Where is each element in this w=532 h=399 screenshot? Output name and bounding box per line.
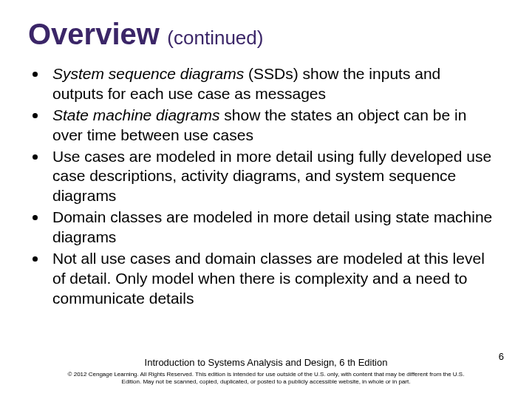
list-item: Not all use cases and domain classes are… [33,249,495,309]
bullet-icon [33,215,38,220]
bullet-icon [33,113,38,118]
bullet-text: Not all use cases and domain classes are… [52,249,495,309]
bullet-icon [33,256,38,262]
list-item: Use cases are modeled in more detail usi… [33,147,495,207]
title-main: Overview [28,18,160,50]
bullet-rest: Domain classes are modeled in more detai… [52,208,492,245]
list-item: State machine diagrams show the states a… [33,106,495,146]
slide-title: Overview (continued) [0,0,532,51]
bullet-emph: State machine diagrams [52,106,219,123]
bullet-list: System sequence diagrams (SSDs) show the… [33,64,495,309]
bullet-text: Domain classes are modeled in more detai… [52,208,495,248]
footer-copyright: © 2012 Cengage Learning. All Rights Rese… [0,371,532,386]
bullet-text: System sequence diagrams (SSDs) show the… [52,64,495,104]
bullet-rest: Not all use cases and domain classes are… [52,250,485,307]
bullet-icon [33,154,38,160]
footer-book-title: Introduction to Systems Analysis and Des… [0,357,532,368]
bullet-icon [33,72,38,77]
bullet-text: State machine diagrams show the states a… [52,106,495,146]
bullet-emph: System sequence diagrams [52,65,244,82]
bullet-text: Use cases are modeled in more detail usi… [52,147,495,207]
title-sub: (continued) [167,27,263,49]
slide: Overview (continued) System sequence dia… [0,0,532,399]
bullet-rest: Use cases are modeled in more detail usi… [52,148,491,205]
list-item: Domain classes are modeled in more detai… [33,208,495,248]
slide-footer: Introduction to Systems Analysis and Des… [0,357,532,386]
slide-body: System sequence diagrams (SSDs) show the… [0,51,532,309]
list-item: System sequence diagrams (SSDs) show the… [33,64,495,104]
